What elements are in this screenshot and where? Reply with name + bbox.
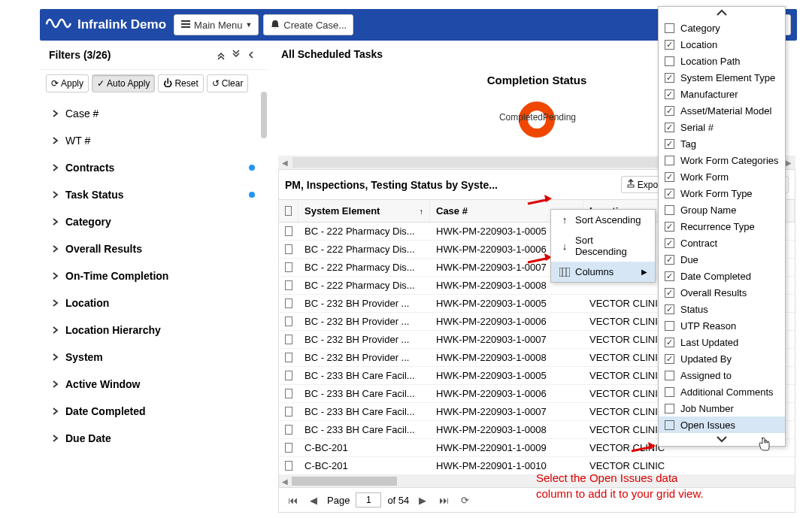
svg-line-23 [528, 200, 546, 204]
column-option[interactable]: Contract [659, 235, 785, 251]
row-checkbox[interactable] [279, 439, 298, 456]
filter-item[interactable]: Overall Results [40, 235, 267, 262]
filters-header: Filters (3/26) [40, 41, 267, 70]
select-all-checkbox[interactable] [279, 200, 298, 222]
page-input[interactable] [356, 492, 381, 507]
column-option[interactable]: Recurrence Type [659, 218, 785, 235]
column-option[interactable]: Manufacturer [659, 86, 785, 102]
column-option[interactable]: Location Path [659, 53, 785, 69]
column-option[interactable]: Open Issues [659, 417, 785, 433]
create-case-button[interactable]: Create Case... [263, 14, 353, 35]
cell-system: BC - 233 BH Care Facil... [298, 403, 430, 420]
column-option[interactable]: Asset/Material Model [659, 102, 785, 119]
column-option[interactable]: Tag [659, 135, 785, 152]
column-option[interactable]: Group Name [659, 201, 785, 218]
row-checkbox[interactable] [279, 331, 298, 348]
filter-item[interactable]: WT # [40, 127, 267, 154]
column-option[interactable]: Work Form Categories [659, 152, 785, 168]
column-option-label: Status [680, 304, 708, 315]
filter-item[interactable]: Location [40, 289, 267, 317]
chevron-right-icon [52, 405, 59, 417]
reset-button[interactable]: ⏻Reset [158, 74, 203, 92]
refresh-button[interactable]: ⟳ [457, 492, 472, 507]
scroll-left-icon[interactable]: ◀ [279, 477, 291, 486]
sort-desc-item[interactable]: ↓ Sort Descending [551, 230, 655, 262]
column-option[interactable]: Additional Comments [659, 383, 785, 400]
column-option-label: Serial # [680, 122, 714, 133]
column-option[interactable]: Date Completed [659, 268, 785, 284]
scrollbar-thumb[interactable] [292, 477, 397, 486]
next-page-button[interactable]: ▶ [415, 492, 430, 507]
filter-item[interactable]: Location Hierarchy [40, 317, 267, 344]
checkbox-icon [665, 40, 674, 50]
column-option[interactable]: Work Form Type [659, 185, 785, 201]
checkbox-icon [665, 420, 674, 430]
filter-item[interactable]: On-Time Completion [40, 262, 267, 289]
columns-item[interactable]: Columns ▶ [551, 262, 655, 282]
column-option[interactable]: System Element Type [659, 69, 785, 86]
column-option[interactable]: Due [659, 251, 785, 268]
col-system-element[interactable]: System Element ↑ [298, 200, 430, 222]
donut-chart: CompletedPending [519, 101, 555, 138]
filter-item[interactable]: Active Window [40, 371, 267, 398]
column-option[interactable]: Updated By [659, 350, 785, 367]
row-checkbox[interactable] [279, 241, 298, 258]
row-checkbox[interactable] [279, 349, 298, 366]
filter-item[interactable]: Category [40, 208, 267, 235]
chevron-right-icon [52, 216, 59, 228]
column-option-label: Job Number [680, 403, 734, 414]
column-option[interactable]: Overall Results [659, 284, 785, 301]
row-checkbox[interactable] [279, 259, 298, 276]
column-option[interactable]: Category [659, 20, 785, 36]
auto-apply-button[interactable]: ✓Auto Apply [92, 74, 155, 92]
filter-item[interactable]: Due Date [40, 425, 267, 452]
filter-item[interactable]: Case # [40, 100, 267, 127]
column-option[interactable]: Work Form [659, 168, 785, 185]
expand-all-icon[interactable] [229, 48, 243, 62]
row-checkbox[interactable] [279, 313, 298, 330]
column-option[interactable]: UTP Reason [659, 317, 785, 334]
row-checkbox[interactable] [279, 385, 298, 402]
column-option[interactable]: Status [659, 301, 785, 317]
filter-item[interactable]: Contracts [40, 154, 267, 181]
sidebar-scrollbar[interactable] [261, 92, 267, 138]
scroll-up-arrow[interactable] [659, 7, 785, 20]
column-option[interactable]: Serial # [659, 119, 785, 135]
refresh-icon: ⟳ [51, 78, 59, 89]
row-checkbox[interactable] [279, 295, 298, 312]
row-checkbox[interactable] [279, 223, 298, 240]
apply-button[interactable]: ⟳Apply [46, 74, 89, 92]
sort-asc-item[interactable]: ↑ Sort Ascending [551, 210, 655, 230]
column-option[interactable]: Assigned to [659, 367, 785, 383]
page-label: Page [327, 495, 350, 506]
prev-page-button[interactable]: ◀ [306, 492, 321, 507]
main-menu-button[interactable]: Main Menu ▼ [174, 14, 259, 35]
column-option[interactable]: Last Updated [659, 334, 785, 350]
checkbox-icon [665, 404, 674, 413]
last-page-button[interactable]: ⏭ [436, 492, 451, 507]
hide-panel-icon[interactable] [244, 48, 258, 62]
checkbox-icon [665, 23, 674, 33]
row-checkbox[interactable] [279, 277, 298, 294]
clear-button[interactable]: ↺Clear [207, 74, 249, 92]
row-checkbox[interactable] [279, 403, 298, 420]
column-option-label: Additional Comments [680, 386, 774, 398]
column-option-label: Assigned to [680, 370, 732, 381]
filter-item[interactable]: Date Completed [40, 398, 267, 425]
row-checkbox[interactable] [279, 367, 298, 384]
checkbox-icon [665, 106, 674, 116]
column-option[interactable]: Location [659, 36, 785, 53]
filter-item[interactable]: Task Status [40, 181, 267, 208]
column-option-label: Work Form Categories [680, 155, 779, 166]
row-checkbox[interactable] [279, 457, 298, 474]
row-checkbox[interactable] [279, 421, 298, 438]
column-option[interactable]: Job Number [659, 400, 785, 417]
filter-item[interactable]: System [40, 344, 267, 371]
collapse-all-icon[interactable] [214, 48, 228, 62]
column-option-label: Due [680, 254, 698, 265]
annotation-arrow [526, 195, 552, 208]
filters-panel: Filters (3/26) ⟳Apply ✓Auto Apply ⏻Reset… [40, 41, 267, 455]
first-page-button[interactable]: ⏮ [285, 492, 300, 507]
scroll-left-icon[interactable]: ◀ [278, 159, 292, 167]
scroll-down-arrow[interactable] [659, 433, 785, 446]
